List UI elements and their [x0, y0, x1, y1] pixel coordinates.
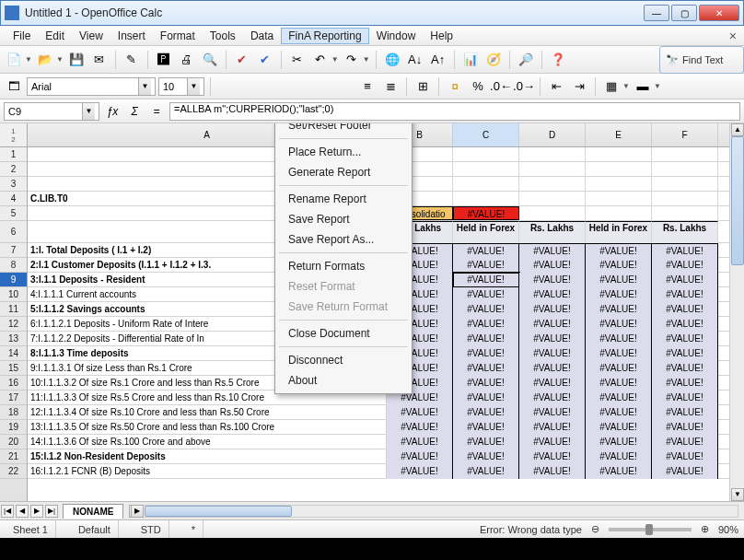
tab-first-icon[interactable]: |◀ — [1, 505, 14, 518]
remove-decimal-icon[interactable]: .0→ — [514, 76, 534, 97]
cell[interactable]: #VALUE! — [519, 464, 586, 479]
column-header-D[interactable]: D — [519, 123, 586, 146]
cell[interactable]: #VALUE! — [453, 361, 519, 376]
cell[interactable]: #VALUE! — [519, 317, 586, 332]
print-icon[interactable]: 🖨 — [177, 50, 197, 70]
cell[interactable]: Rs. Lakhs — [652, 221, 718, 243]
row-header[interactable]: 10 — [0, 287, 27, 302]
chevron-down-icon[interactable]: ▼ — [138, 78, 151, 95]
cell[interactable] — [586, 147, 652, 162]
new-dropdown-icon[interactable]: ▼ — [25, 55, 32, 64]
row-header[interactable]: 18 — [0, 405, 27, 420]
cell[interactable]: #VALUE! — [519, 449, 586, 464]
row-header[interactable]: 2 — [0, 162, 27, 177]
menu-tools[interactable]: Tools — [203, 28, 243, 44]
cell[interactable]: #VALUE! — [453, 332, 519, 346]
zoom-slider[interactable] — [609, 528, 692, 531]
chart-icon[interactable]: 📊 — [460, 50, 481, 70]
cell[interactable]: #VALUE! — [453, 317, 519, 332]
cell[interactable]: Held in Forex — [453, 221, 519, 243]
cell[interactable]: 16:I.1.2.1 FCNR (B) Deposits — [28, 464, 387, 478]
row-header[interactable]: 15 — [0, 361, 27, 376]
cell[interactable]: #VALUE! — [652, 464, 718, 479]
menu-file[interactable]: File — [6, 28, 38, 44]
cell[interactable]: #VALUE! — [652, 302, 718, 317]
horizontal-scroll-thumb[interactable] — [145, 506, 292, 517]
row-header[interactable]: 13 — [0, 332, 27, 346]
navigator-icon[interactable]: 🧭 — [483, 50, 504, 70]
cell[interactable] — [652, 192, 718, 206]
row-header[interactable]: 12 — [0, 317, 27, 332]
row-header[interactable]: 14 — [0, 346, 27, 361]
cell[interactable]: #VALUE! — [519, 376, 586, 391]
menu-edit[interactable]: Edit — [38, 28, 72, 44]
cell[interactable]: #VALUE! — [453, 405, 519, 420]
currency-icon[interactable]: ¤ — [445, 76, 465, 97]
cell[interactable] — [519, 192, 586, 206]
row-header[interactable]: 19 — [0, 420, 27, 435]
cell[interactable]: #VALUE! — [586, 391, 652, 405]
menu-data[interactable]: Data — [243, 28, 281, 44]
align-right-icon[interactable]: ≡ — [357, 76, 378, 97]
cell[interactable]: #VALUE! — [453, 376, 519, 391]
function-wizard-icon[interactable]: ƒx — [103, 102, 122, 121]
bg-color-icon[interactable]: ▬ — [633, 76, 653, 97]
cell[interactable]: #VALUE! — [453, 391, 519, 405]
cell[interactable]: #VALUE! — [586, 273, 652, 287]
corner-cell[interactable]: 1 2 — [0, 123, 27, 147]
cell[interactable]: #VALUE! — [652, 420, 718, 435]
cell[interactable]: 12:I.1.1.3.4 Of size Rs.10 Crore and les… — [28, 405, 387, 419]
cell[interactable]: #VALUE! — [387, 435, 453, 449]
cell[interactable]: #VALUE! — [519, 258, 586, 273]
cell[interactable]: #VALUE! — [519, 420, 586, 435]
name-box[interactable]: C9 ▼ — [4, 102, 99, 121]
column-header-C[interactable]: C — [453, 123, 519, 146]
zoom-handle[interactable] — [645, 524, 653, 535]
cell[interactable]: #VALUE! — [586, 405, 652, 420]
add-decimal-icon[interactable]: .0← — [491, 76, 511, 97]
chevron-down-icon[interactable]: ▼ — [187, 78, 200, 95]
formula-input[interactable]: =ALLBA m";CURPERIOD();"last";0) — [169, 102, 740, 121]
cell[interactable]: 15:I.1.2 Non-Resident Deposits — [28, 449, 387, 463]
cell[interactable] — [586, 206, 652, 220]
cell[interactable] — [453, 147, 519, 162]
menu-item-save-report[interactable]: Save Report — [275, 209, 412, 229]
zoom-out-icon[interactable]: ⊖ — [591, 523, 599, 535]
vertical-scrollbar[interactable]: ▲ ▼ — [729, 123, 744, 501]
sum-icon[interactable]: Σ — [125, 102, 144, 121]
cell[interactable]: #VALUE! — [586, 361, 652, 376]
row-header[interactable]: 7 — [0, 243, 27, 258]
cell[interactable] — [453, 177, 519, 192]
cell[interactable]: #VALUE! — [453, 420, 519, 435]
open-dropdown-icon[interactable]: ▼ — [56, 55, 64, 64]
row-header[interactable]: 20 — [0, 435, 27, 449]
menu-item-close-document[interactable]: Close Document — [275, 323, 412, 344]
scroll-up-icon[interactable]: ▲ — [731, 123, 744, 136]
binoculars-icon[interactable]: 🔭 — [666, 54, 679, 66]
menu-item-return-formats[interactable]: Return Formats — [275, 256, 412, 276]
cell[interactable]: 14:I.1.1.3.6 Of size Rs.100 Crore and ab… — [28, 435, 387, 449]
cell[interactable]: #VALUE! — [652, 317, 718, 332]
insert-mode[interactable]: STD — [134, 520, 169, 538]
find-text-label[interactable]: Find Text — [682, 54, 723, 65]
menu-item-save-report-as-[interactable]: Save Report As... — [275, 229, 412, 250]
menu-item-place-return-[interactable]: Place Return... — [275, 142, 412, 162]
tab-last-icon[interactable]: ▶| — [45, 505, 58, 518]
cell[interactable]: #VALUE! — [519, 391, 586, 405]
cell[interactable]: #VALUE! — [387, 420, 453, 435]
cell[interactable]: #VALUE! — [652, 449, 718, 464]
row-header[interactable]: 4 — [0, 192, 27, 206]
cell[interactable]: #VALUE! — [519, 332, 586, 346]
cell[interactable] — [519, 206, 586, 220]
cell[interactable]: #VALUE! — [586, 243, 652, 258]
cell[interactable]: #VALUE! — [519, 405, 586, 420]
cell[interactable]: #VALUE! — [586, 346, 652, 361]
row-header[interactable]: 5 — [0, 206, 27, 221]
cell[interactable]: #VALUE! — [652, 391, 718, 405]
align-justify-icon[interactable]: ≣ — [380, 76, 401, 97]
cell[interactable]: #VALUE! — [519, 287, 586, 302]
column-header-F[interactable]: F — [652, 123, 718, 146]
cell[interactable] — [519, 177, 586, 192]
zoom-in-icon[interactable]: ⊕ — [701, 523, 709, 535]
cell[interactable] — [519, 162, 586, 177]
